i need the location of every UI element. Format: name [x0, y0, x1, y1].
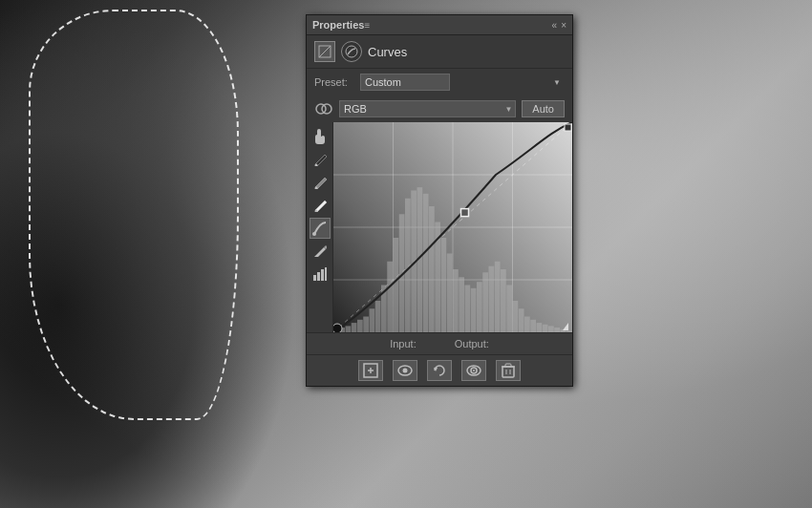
svg-rect-9: [313, 275, 316, 281]
eye-button[interactable]: [393, 360, 417, 381]
input-label: Input:: [390, 338, 417, 349]
output-label: Output:: [455, 338, 489, 349]
bottom-toolbar: [307, 355, 572, 386]
svg-rect-12: [325, 267, 327, 281]
curves-graph[interactable]: [333, 122, 572, 332]
auto-button[interactable]: Auto: [522, 100, 565, 117]
curves-circle-icon[interactable]: [341, 41, 362, 62]
svg-rect-11: [321, 269, 324, 281]
eyedropper-black-button[interactable]: [310, 149, 331, 170]
preset-row: Preset: Custom Default Linear Contrast M…: [307, 69, 572, 95]
svg-point-17: [403, 369, 408, 373]
panel-titlebar: Properties ≡ « ×: [307, 15, 572, 35]
svg-point-4: [322, 104, 331, 114]
svg-rect-10: [317, 272, 320, 281]
eyedropper-white-button[interactable]: [310, 195, 331, 216]
channel-row: RGB Red Green Blue Auto: [307, 95, 572, 122]
preset-select[interactable]: Custom Default Linear Contrast Medium Co…: [360, 74, 450, 91]
curves-canvas: [333, 122, 572, 332]
finger-tool-button[interactable]: [310, 126, 331, 147]
preset-label: Preset:: [314, 76, 353, 88]
svg-point-8: [312, 232, 316, 236]
svg-point-21: [473, 370, 475, 371]
curves-header: Curves: [307, 35, 572, 69]
svg-rect-22: [502, 367, 514, 377]
properties-panel: Properties ≡ « × Curves Preset: Custom: [306, 14, 573, 387]
svg-line-1: [319, 46, 331, 57]
undo-button[interactable]: [427, 360, 452, 381]
collapse-icon[interactable]: «: [552, 20, 558, 31]
main-content: [307, 122, 572, 333]
add-mask-button[interactable]: [358, 360, 383, 381]
panel-title: Properties: [312, 19, 364, 31]
eyedropper-gray-button[interactable]: [310, 172, 331, 193]
titlebar-icons: ≡: [364, 20, 370, 31]
selection-outline: [29, 10, 239, 420]
channel-select-wrapper: RGB Red Green Blue: [339, 100, 516, 117]
tools-column: [307, 122, 333, 332]
channel-icon: [314, 99, 333, 118]
close-icon[interactable]: ×: [561, 20, 566, 31]
channel-select[interactable]: RGB Red Green Blue: [339, 100, 516, 117]
curves-label: Curves: [368, 45, 407, 59]
svg-point-2: [346, 46, 357, 57]
visibility-toggle-button[interactable]: [461, 360, 486, 381]
adjustment-layer-icon[interactable]: [314, 41, 335, 62]
menu-icon[interactable]: ≡: [364, 20, 370, 31]
curve-edit-button[interactable]: [310, 218, 331, 239]
io-row: Input: Output:: [307, 333, 572, 355]
preset-select-wrapper: Custom Default Linear Contrast Medium Co…: [360, 74, 565, 91]
histogram-button[interactable]: [310, 264, 331, 285]
pencil-draw-button[interactable]: [310, 241, 331, 262]
delete-button[interactable]: [496, 360, 521, 381]
